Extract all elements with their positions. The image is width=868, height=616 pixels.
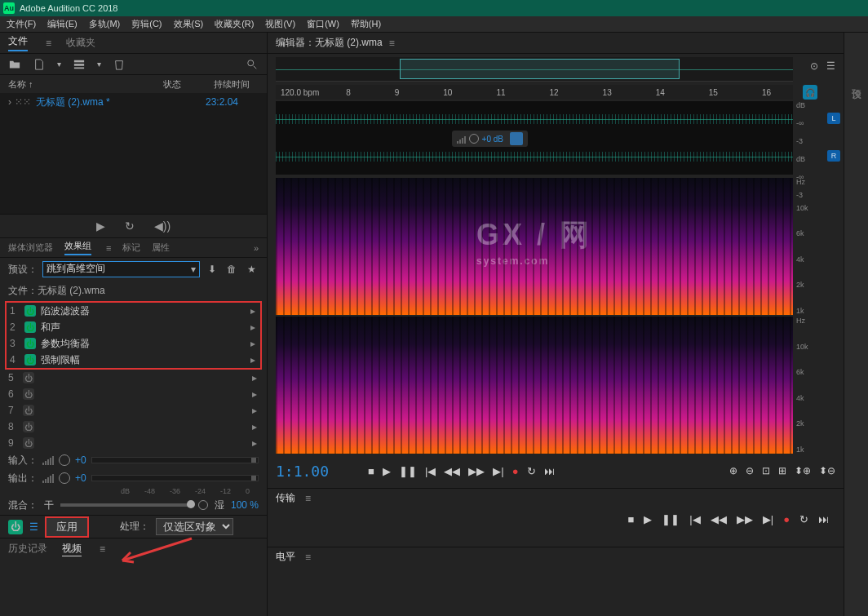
menu-multitrack[interactable]: 多轨(M) [89,18,121,30]
play-icon[interactable]: ▶ [96,219,105,233]
channel-l-badge[interactable]: L [827,113,840,124]
rack-power-icon[interactable]: ⏻ [8,520,23,534]
go-end-icon[interactable]: ▶| [763,513,773,525]
overflow-icon[interactable]: » [254,243,259,253]
overview-waveform[interactable]: ⊙ ☰ [276,57,793,82]
effect-menu-icon[interactable]: ▸ [250,305,255,317]
effect-menu-icon[interactable]: ▸ [252,421,257,432]
spectrogram-r[interactable]: Hz 10k 6k 4k 2k 1k [276,317,793,454]
hud-gain-value[interactable]: +0 dB [482,135,503,144]
menu-help[interactable]: 帮助(H) [351,18,381,30]
power-toggle-icon[interactable]: ⏻ [24,305,36,317]
power-toggle-icon[interactable]: ⏻ [23,388,34,400]
new-file-icon[interactable] [33,58,46,71]
effect-row[interactable]: 3 ⏻ 参数均衡器 ▸ [7,335,260,352]
loop-icon[interactable]: ↻ [799,513,808,525]
rewind-icon[interactable]: ◀◀ [444,465,460,477]
zoom-in-v-icon[interactable]: ⬍⊕ [795,465,811,476]
effect-row-empty[interactable]: 8⏻▸ [5,419,262,435]
menu-file[interactable]: 文件(F) [7,18,36,30]
mix-dial-icon[interactable] [198,500,208,510]
forward-icon[interactable]: ▶▶ [468,465,485,477]
zoom-tool-icon[interactable]: ⊙ [810,60,818,72]
rack-menu-icon[interactable]: ≡ [106,243,111,253]
view-menu-icon[interactable]: ☰ [826,60,835,72]
file-row[interactable]: › ⁙⁙ 无标题 (2).wma * 23:2.04 [0,93,267,111]
effect-menu-icon[interactable]: ▸ [252,388,257,400]
power-toggle-icon[interactable]: ⏻ [23,437,34,449]
pin-icon[interactable] [510,132,523,145]
bpm-display[interactable]: 120.0 bpm [276,88,324,97]
hud-dial-icon[interactable] [469,134,479,144]
record-icon[interactable]: ● [783,513,790,525]
power-toggle-icon[interactable]: ⏻ [23,405,34,416]
timeline-ruler[interactable]: 120.0 bpm 8 9 10 11 12 13 14 15 16 🎧 [276,85,793,100]
zoom-in-icon[interactable]: ⊕ [729,465,737,476]
power-toggle-icon[interactable]: ⏻ [24,354,36,366]
headphone-icon[interactable]: 🎧 [803,85,817,100]
dropdown-icon[interactable]: ▾ [57,60,61,69]
pause-icon[interactable]: ❚❚ [662,513,680,525]
forward-icon[interactable]: ▶▶ [737,513,753,525]
tab-level[interactable]: 电平 [276,550,295,564]
open-folder-icon[interactable] [8,58,21,71]
mix-slider[interactable] [60,503,192,507]
trash-icon[interactable] [113,58,126,71]
gain-dial[interactable] [59,454,70,466]
menu-edit[interactable]: 编辑(E) [47,18,78,30]
transport-menu-icon[interactable]: ≡ [305,493,311,504]
multitrack-icon[interactable] [73,58,86,71]
effect-row[interactable]: 2 ⏻ 和声 ▸ [7,319,260,335]
expand-icon[interactable]: › [8,96,11,108]
power-toggle-icon[interactable]: ⏻ [24,338,36,349]
menu-clip[interactable]: 剪辑(C) [131,18,162,30]
channel-r-badge[interactable]: R [827,150,840,162]
pause-icon[interactable]: ❚❚ [399,465,417,477]
effect-menu-icon[interactable]: ▸ [250,321,255,333]
hud-gain[interactable]: +0 dB [452,131,528,147]
col-duration[interactable]: 持续时间 [214,78,250,91]
menu-view[interactable]: 视图(V) [265,18,295,30]
col-name[interactable]: 名称 ↑ [8,78,131,91]
play-icon[interactable]: ▶ [383,465,391,477]
effect-row[interactable]: 1 ⏻ 陷波滤波器 ▸ [7,303,260,319]
effect-row-empty[interactable]: 6⏻▸ [5,386,262,402]
editor-title[interactable]: 编辑器：无标题 (2).wma [276,36,383,50]
menu-window[interactable]: 窗口(W) [307,18,339,30]
stop-icon[interactable]: ■ [368,465,374,477]
delete-preset-icon[interactable]: 🗑 [224,262,239,277]
zoom-sel-icon[interactable]: ⊞ [778,465,786,476]
history-menu-icon[interactable]: ≡ [100,543,105,555]
effect-menu-icon[interactable]: ▸ [250,338,255,349]
effect-menu-icon[interactable]: ▸ [252,437,257,449]
autoplay-icon[interactable]: ◀)) [154,219,170,233]
tab-effects-rack[interactable]: 效果组 [64,240,91,255]
spectrogram-l[interactable]: GX / 网system.com Hz 10k 6k 4k 2k 1k [276,178,793,315]
timecode-display[interactable]: 1:1.00 [276,463,329,480]
tab-history[interactable]: 历史记录 [8,542,47,556]
favorite-icon[interactable]: ★ [244,262,259,277]
effect-menu-icon[interactable]: ▸ [252,405,257,416]
skip-icon[interactable]: ⏭ [544,465,555,477]
menu-favorites[interactable]: 收藏夹(R) [215,18,254,30]
list-view-icon[interactable]: ☰ [29,521,38,533]
power-toggle-icon[interactable]: ⏻ [24,321,36,333]
zoom-full-icon[interactable]: ⊡ [762,465,770,476]
go-end-icon[interactable]: ▶| [493,465,503,477]
editor-menu-icon[interactable]: ≡ [389,38,395,49]
effect-row-empty[interactable]: 7⏻▸ [5,402,262,419]
go-start-icon[interactable]: |◀ [425,465,436,477]
effect-menu-icon[interactable]: ▸ [252,372,257,383]
save-preset-icon[interactable]: ⬇ [205,262,219,277]
col-status[interactable]: 状态 [163,78,181,91]
zoom-out-v-icon[interactable]: ⬍⊖ [819,465,835,476]
gain-dial[interactable] [59,472,70,484]
effect-row-empty[interactable]: 9⏻▸ [5,435,262,451]
tab-media-browser[interactable]: 媒体浏览器 [8,242,53,254]
waveform-display[interactable]: +0 dB dB -∞ -3 dB -∞ -3 L R [276,101,793,175]
tab-files[interactable]: 文件 [8,34,28,51]
loop-icon[interactable]: ↻ [527,465,536,477]
tab-video[interactable]: 视频 [62,542,82,556]
search-icon[interactable] [246,58,259,71]
effect-menu-icon[interactable]: ▸ [250,354,255,366]
